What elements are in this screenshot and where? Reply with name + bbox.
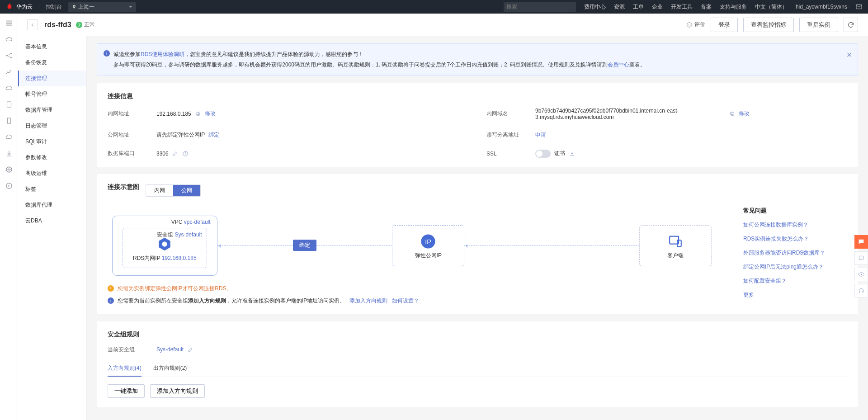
sg-tab-out[interactable]: 出方向规则(2): [153, 361, 187, 377]
svg-text:IP: IP: [8, 184, 10, 187]
copy-icon[interactable]: [729, 111, 735, 117]
eye-icon[interactable]: [854, 268, 868, 281]
bind-button[interactable]: 绑定: [293, 240, 316, 251]
back-button[interactable]: [27, 19, 38, 30]
sg-cur-link[interactable]: Sys-default: [156, 346, 184, 353]
console-link[interactable]: 控制台: [46, 3, 62, 11]
globe-icon[interactable]: [4, 165, 14, 175]
svg-point-12: [690, 24, 690, 24]
svg-rect-5: [7, 102, 11, 107]
ssl-toggle[interactable]: [535, 150, 551, 158]
headset-icon[interactable]: [854, 284, 868, 297]
main-content: i 诚邀您参加RDS使用体验调研，您宝贵的意见和建议是我们持续提升产品体验的源动…: [87, 36, 868, 420]
global-search[interactable]: [504, 2, 576, 12]
row-intra-domain: 内网域名 9b769cb74d9b427ca95f02db0f770bdbin0…: [486, 108, 847, 120]
edit-icon[interactable]: [172, 151, 179, 157]
help-icon[interactable]: ?: [182, 151, 189, 157]
warn-text: 您需为实例绑定弹性公网IP才可公网连接RDS。: [118, 285, 232, 293]
nav-log[interactable]: 日志管理: [18, 118, 86, 134]
faq-more[interactable]: 更多: [743, 291, 847, 299]
sg-batch-button[interactable]: 一键添加: [108, 384, 145, 398]
nav-param[interactable]: 参数修改: [18, 150, 86, 165]
faq-panel: 常见问题 如何公网连接数据库实例？ RDS实例连接失败怎么办？ 外部服务器能否访…: [730, 207, 847, 305]
share-icon[interactable]: [4, 51, 14, 61]
nav-support[interactable]: 支持与服务: [720, 3, 747, 11]
cloud3-icon[interactable]: [4, 132, 14, 142]
nav-enterprise[interactable]: 企业: [652, 3, 663, 11]
chat-icon[interactable]: [854, 251, 868, 265]
menu-icon[interactable]: [4, 18, 14, 28]
faq-item[interactable]: 绑定公网IP后无法ping通怎么办？: [743, 263, 847, 271]
faq-item[interactable]: 如何配置安全组？: [743, 277, 847, 285]
svg-rect-6: [7, 118, 11, 123]
nav-lang[interactable]: 中文（简体）: [755, 3, 788, 11]
reboot-button[interactable]: 重启实例: [799, 18, 838, 32]
nav-account[interactable]: 帐号管理: [18, 86, 86, 102]
cloud-icon[interactable]: [4, 34, 14, 44]
intra-domain-modify[interactable]: 修改: [739, 110, 750, 118]
login-button[interactable]: 登录: [711, 18, 738, 32]
eip-label: 弹性公网IP: [404, 252, 452, 260]
diagram-title: 连接示意图: [108, 183, 139, 191]
nav-resource[interactable]: 资源: [614, 3, 625, 11]
nav-icp[interactable]: 备案: [701, 3, 712, 11]
faq-item[interactable]: 如何公网连接数据库实例？: [743, 221, 847, 229]
sg-prefix: 安全组: [157, 231, 173, 238]
refresh-button[interactable]: [844, 18, 858, 32]
region-selector[interactable]: 上海一: [68, 2, 136, 12]
intra-domain-value: 9b769cb74d9b427ca95f02db0f770bdbin01.int…: [535, 108, 725, 120]
svg-rect-13: [197, 113, 200, 115]
rate-link[interactable]: 评价: [686, 21, 705, 28]
tab-intranet[interactable]: 内网: [146, 185, 173, 196]
rw-apply[interactable]: 申请: [535, 131, 546, 139]
cloud2-icon[interactable]: [4, 83, 14, 93]
mail-icon[interactable]: [855, 3, 863, 10]
row-pub-addr: 公网地址 请先绑定弹性公网IP 绑定: [108, 131, 468, 139]
nav-basic[interactable]: 基本信息: [18, 39, 86, 55]
intra-addr-modify[interactable]: 修改: [205, 110, 216, 118]
connection-diagram: VPC vpc-default 安全组 Sys-default RDS内网IP …: [108, 207, 716, 280]
nav-user[interactable]: hid_aycwmbf15svxns-: [796, 4, 849, 10]
banner-member-link[interactable]: 会员中心: [608, 61, 629, 68]
search-input[interactable]: [506, 4, 574, 10]
vpc-link[interactable]: vpc-default: [184, 219, 211, 225]
nav-billing[interactable]: 费用中心: [584, 3, 606, 11]
add-rule-link[interactable]: 添加入方向规则: [349, 297, 387, 304]
svg-point-4: [10, 57, 12, 58]
pub-addr-bind[interactable]: 绑定: [208, 131, 219, 139]
rds-ip: 192.168.0.185: [162, 255, 197, 261]
nav-devtools[interactable]: 开发工具: [671, 3, 693, 11]
server-icon[interactable]: [4, 99, 14, 109]
tab-internet[interactable]: 公网: [173, 185, 200, 196]
metrics-button[interactable]: 查看监控指标: [743, 18, 794, 32]
diagram-tabs: 内网 公网: [146, 184, 201, 197]
brand-logo[interactable]: 华为云: [5, 3, 33, 11]
ip-icon[interactable]: IP: [4, 181, 14, 191]
download-icon[interactable]: [569, 151, 575, 157]
nav-proxy[interactable]: 数据库代理: [18, 197, 86, 213]
chart-icon[interactable]: [4, 67, 14, 77]
sg-link[interactable]: Sys-default: [175, 231, 202, 238]
nav-backup[interactable]: 备份恢复: [18, 55, 86, 71]
nav-clouddba[interactable]: 云DBA: [18, 213, 86, 229]
download-icon[interactable]: [4, 148, 14, 158]
nav-ticket[interactable]: 工单: [633, 3, 644, 11]
feedback-icon[interactable]: [854, 235, 868, 249]
refresh-icon: [847, 21, 854, 28]
banner-close[interactable]: ✕: [846, 48, 852, 62]
copy-icon[interactable]: [195, 111, 201, 117]
sg-add-button[interactable]: 添加入方向规则: [150, 384, 205, 398]
info-a: 您需要为当前实例所在安全组: [118, 297, 188, 304]
nav-sqlaudit[interactable]: SQL审计: [18, 134, 86, 150]
device-icon[interactable]: [4, 116, 14, 126]
faq-item[interactable]: 外部服务器能否访问RDS数据库？: [743, 249, 847, 257]
nav-tag[interactable]: 标签: [18, 181, 86, 197]
sg-tab-in[interactable]: 入方向规则(4): [108, 361, 142, 377]
how-set-link[interactable]: 如何设置？: [392, 297, 419, 304]
edit-icon[interactable]: [187, 346, 193, 353]
banner-survey-link[interactable]: RDS使用体验调研: [141, 51, 184, 57]
nav-connection[interactable]: 连接管理: [18, 71, 86, 86]
faq-item[interactable]: RDS实例连接失败怎么办？: [743, 235, 847, 243]
nav-database[interactable]: 数据库管理: [18, 102, 86, 118]
nav-advanced[interactable]: 高级运维: [18, 165, 86, 181]
